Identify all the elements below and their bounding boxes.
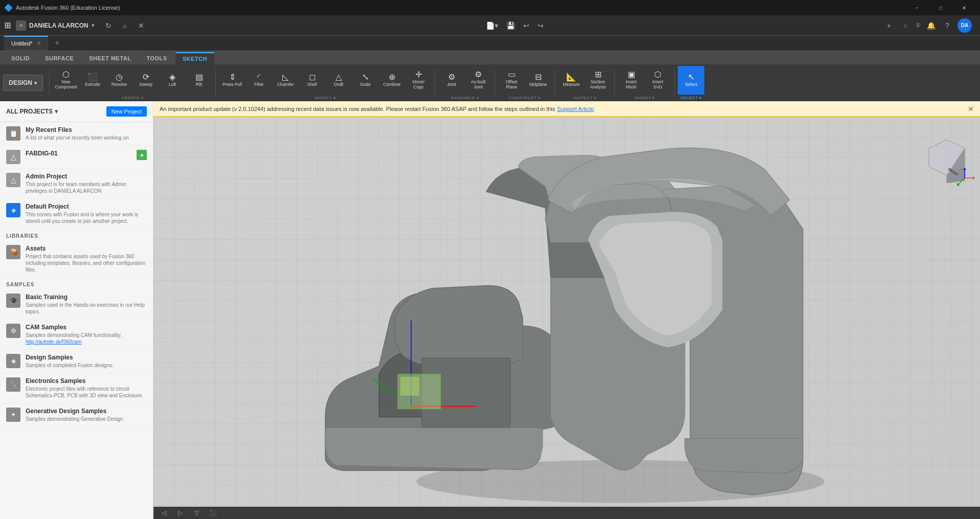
combine-btn[interactable]: ⊕ Combine [378, 66, 405, 95]
new-component-btn[interactable]: ⬡ NewComponent [53, 66, 79, 95]
project-name-admin: Admin Project [26, 173, 147, 180]
as-built-btn[interactable]: ⚙ As-builtJoint [465, 66, 492, 95]
go-home-btn[interactable]: ⌂ [899, 19, 911, 32]
notification-count[interactable]: ① [916, 22, 921, 29]
list-item[interactable]: ⚙ CAM Samples Samples demonstrating CAM … [0, 320, 153, 350]
project-name-generative: Generative Design Samples [26, 408, 147, 415]
scale-btn[interactable]: ⤡ Scale [352, 66, 378, 95]
project-info-cam: CAM Samples Samples demonstrating CAM fu… [26, 324, 147, 345]
project-name-electronics: Electronics Samples [26, 377, 147, 385]
midplane-btn[interactable]: ⊟ Midplane [525, 66, 551, 95]
list-item[interactable]: ✦ Generative Design Samples Samples demo… [0, 403, 153, 427]
insert-svg-btn[interactable]: ⬡ InsertSVG [644, 66, 671, 95]
close-panel-btn[interactable]: ✕ [135, 19, 147, 32]
joint-btn[interactable]: ⚙ Joint [438, 66, 465, 95]
svg-marker-13 [963, 168, 966, 170]
bottom-icon-3[interactable]: ▽ [190, 506, 203, 519]
project-desc-admin: This project is for team members with Ad… [26, 181, 147, 194]
construct-buttons: ▭ OffsetPlane ⊟ Midplane [498, 66, 551, 95]
question-btn[interactable]: ? [941, 19, 953, 32]
notification-link[interactable]: Support Article [557, 106, 594, 112]
section-analysis-btn[interactable]: ⊞ SectionAnalysis [585, 66, 611, 95]
chamfer-btn[interactable]: ◺ Chamfer [272, 66, 299, 95]
search-btn[interactable]: ⌕ [119, 19, 131, 32]
insert-group: ▣ InsertMesh ⬡ InsertSVG INSERT ▾ [618, 66, 671, 100]
canvas-area[interactable]: An important product update (v 2.0.10244… [153, 101, 980, 519]
app-grid-icon[interactable]: ⊞ [4, 20, 11, 30]
measure-btn[interactable]: 📐 Measure [558, 66, 585, 95]
projects-header: ALL PROJECTS ▾ New Project [0, 101, 153, 122]
notification-bar: An important product update (v 2.0.10244… [153, 101, 980, 117]
project-icon-admin: △ [6, 173, 20, 187]
list-item[interactable]: △ Admin Project This project is for team… [0, 169, 153, 199]
sweep-btn[interactable]: ⟳ Sweep [132, 66, 159, 95]
shell-btn[interactable]: ◻ Shell [299, 66, 325, 95]
draft-btn[interactable]: △ Draft [325, 66, 352, 95]
move-copy-btn[interactable]: ✛ Move/Copy [405, 66, 432, 95]
save-btn[interactable]: 💾 [502, 15, 519, 36]
inspect-buttons: 📐 Measure ⊞ SectionAnalysis [558, 66, 611, 95]
offset-plane-btn[interactable]: ▭ OffsetPlane [498, 66, 525, 95]
modify-group: ⇕ Press Pull ◜ Fillet ◺ Chamfer ◻ Shell [219, 66, 432, 100]
refresh-btn[interactable]: ↻ [102, 19, 115, 32]
project-info-design-samples: Design Samples Samples of completed Fusi… [26, 354, 147, 369]
bottom-status-bar: ◁ ▷ ▽ ⬛ [153, 507, 980, 519]
tab-tools[interactable]: TOOLS [139, 52, 174, 64]
doc-tab[interactable]: Untitled* ✕ [4, 36, 48, 50]
notification-text: An important product update (v 2.0.10244… [160, 106, 555, 112]
user-avatar-btn[interactable]: DA [957, 18, 972, 33]
cam-link[interactable]: http://autode.sk/f360cam [26, 339, 82, 345]
maximize-btn[interactable]: □ [929, 0, 952, 15]
user-chevron[interactable]: ▾ [92, 22, 94, 28]
tab-surface[interactable]: SURFACE [38, 52, 81, 64]
tab-sketch[interactable]: SKETCH [175, 52, 214, 64]
tab-close-icon[interactable]: ✕ [37, 40, 41, 46]
loft-btn[interactable]: ◈ Loft [159, 66, 186, 95]
revolve-btn[interactable]: ◷ Revolve [106, 66, 132, 95]
bottom-icon-2[interactable]: ▷ [174, 506, 186, 519]
project-icon-generative: ✦ [6, 408, 20, 422]
undo-btn[interactable]: ↩ [519, 15, 533, 36]
list-item[interactable]: ◈ Design Samples Samples of completed Fu… [0, 350, 153, 373]
rib-btn[interactable]: ▤ Rib [186, 66, 212, 95]
list-item[interactable]: ◈ Default Project This comes with Fusion… [0, 199, 153, 229]
close-btn[interactable]: ✕ [952, 0, 976, 15]
bottom-icon-4[interactable]: ⬛ [207, 506, 219, 519]
project-desc-assets: Project that contains assets used by Fus… [26, 253, 147, 273]
file-menu-btn[interactable]: 📄▾ [482, 15, 502, 36]
list-item[interactable]: 🔧 Electronics Samples Electronic project… [0, 373, 153, 403]
tab-solid[interactable]: SOLID [4, 52, 37, 64]
new-project-btn[interactable]: New Project [106, 106, 147, 117]
add-tab-btn[interactable]: + [883, 19, 895, 32]
list-item[interactable]: 🎓 Basic Training Samples used in the Han… [0, 289, 153, 320]
insert-buttons: ▣ InsertMesh ⬡ InsertSVG [618, 66, 671, 95]
press-pull-btn[interactable]: ⇕ Press Pull [219, 66, 246, 95]
select-buttons: ↖ Select [678, 66, 704, 95]
list-item[interactable]: △ FABDIG-01 ★ [0, 146, 153, 169]
bottom-icon-1[interactable]: ◁ [158, 506, 170, 519]
project-desc-design-samples: Samples of completed Fusion designs. [26, 362, 147, 369]
extrude-btn[interactable]: ⬛ Extrude [79, 66, 106, 95]
navigation-cube[interactable]: RIGHT [924, 137, 970, 183]
notification-period: . [594, 106, 595, 112]
fillet-btn[interactable]: ◜ Fillet [246, 66, 272, 95]
3d-shape-svg [153, 117, 980, 519]
list-item[interactable]: 📦 Assets Project that contains assets us… [0, 241, 153, 278]
select-tool-btn[interactable]: ↖ Select [678, 66, 704, 95]
minimize-btn[interactable]: − [905, 0, 929, 15]
projects-chevron[interactable]: ▾ [55, 108, 58, 115]
list-item[interactable]: 📋 My Recent Files A list of what you've … [0, 122, 153, 146]
new-tab-btn[interactable]: + [50, 36, 64, 50]
insert-mesh-btn[interactable]: ▣ InsertMesh [618, 66, 644, 95]
libraries-section-header: LIBRARIES [0, 229, 153, 241]
3d-canvas[interactable]: RIGHT [153, 117, 980, 519]
redo-btn[interactable]: ↪ [533, 15, 548, 36]
notification-bell-icon[interactable]: 🔔 [925, 19, 937, 32]
notification-close-btn[interactable]: ✕ [968, 105, 974, 113]
select-group: ↖ Select SELECT ▾ [678, 66, 704, 100]
design-dropdown-btn[interactable]: DESIGN ▾ [3, 75, 43, 91]
project-desc-electronics: Electronic project files with reference … [26, 386, 147, 399]
project-icon-design-samples: ◈ [6, 354, 20, 368]
project-info-default: Default Project This comes with Fusion a… [26, 203, 147, 224]
tab-sheet-metal[interactable]: SHEET METAL [82, 52, 138, 64]
